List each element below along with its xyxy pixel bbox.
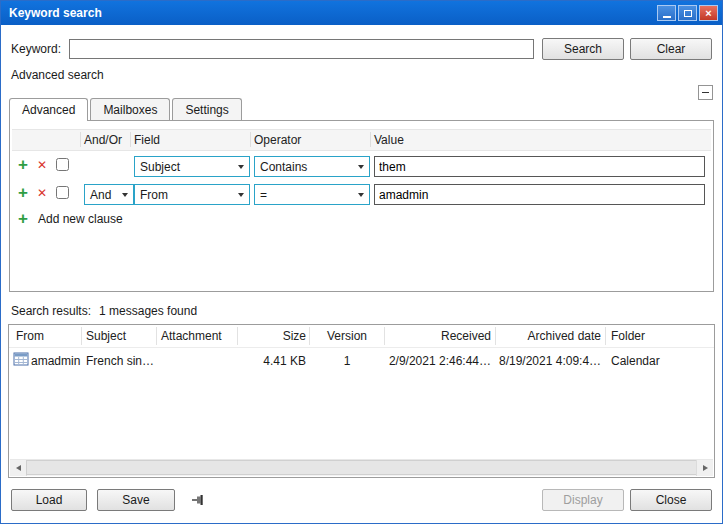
- column-separator: [237, 327, 238, 345]
- clause-row: + ✕ And From =: [10, 183, 713, 207]
- keyword-input[interactable]: [69, 39, 534, 59]
- column-header-value: Value: [374, 133, 404, 147]
- column-separator: [384, 327, 385, 345]
- clause-value-input[interactable]: [374, 184, 705, 205]
- search-results-count: 1 messages found: [99, 304, 197, 318]
- chevron-down-icon: [358, 193, 364, 197]
- results-table-header: From Subject Attachment Size Version Rec…: [9, 325, 714, 348]
- column-header-archived-date[interactable]: Archived date: [499, 329, 601, 343]
- column-separator: [495, 327, 496, 345]
- footer-bar: Load Save Display Close: [11, 489, 712, 511]
- tab-label: Advanced: [22, 103, 75, 117]
- tab-advanced[interactable]: Advanced: [9, 98, 88, 120]
- scroll-left-button[interactable]: [10, 460, 27, 476]
- load-button[interactable]: Load: [11, 489, 87, 511]
- search-button[interactable]: Search: [542, 38, 624, 60]
- horizontal-scrollbar[interactable]: [10, 459, 713, 476]
- save-button[interactable]: Save: [97, 489, 175, 511]
- clause-checkbox[interactable]: [56, 158, 69, 171]
- results-summary: Search results: 1 messages found: [11, 304, 712, 318]
- cell-folder: Calendar: [611, 354, 660, 368]
- column-separator: [80, 132, 81, 147]
- scroll-right-icon: [703, 465, 708, 471]
- tab-settings[interactable]: Settings: [172, 98, 241, 120]
- clause-row: + ✕ Subject Contains: [10, 155, 713, 179]
- field-select-value: Subject: [135, 160, 238, 174]
- field-select[interactable]: From: [134, 184, 250, 205]
- results-table: From Subject Attachment Size Version Rec…: [8, 324, 715, 478]
- scroll-right-button[interactable]: [696, 460, 713, 476]
- field-select-value: From: [135, 188, 238, 202]
- add-new-clause-label: Add new clause: [38, 212, 123, 226]
- column-separator: [81, 327, 82, 345]
- maximize-button[interactable]: [678, 5, 697, 21]
- close-icon: ×: [705, 8, 711, 19]
- advanced-tab-panel: And/Or Field Operator Value + ✕ Subject …: [9, 120, 714, 292]
- cell-archived-date: 8/19/2021 4:09:4…: [499, 354, 601, 368]
- delete-clause-icon[interactable]: ✕: [37, 186, 47, 200]
- clause-grid: And/Or Field Operator Value + ✕ Subject …: [10, 129, 713, 291]
- titlebar[interactable]: Keyword search ×: [1, 1, 722, 25]
- close-button[interactable]: Close: [630, 489, 712, 511]
- field-select[interactable]: Subject: [134, 156, 250, 177]
- operator-select[interactable]: Contains: [254, 156, 370, 177]
- column-header-subject[interactable]: Subject: [86, 329, 126, 343]
- scrollbar-thumb[interactable]: [26, 460, 697, 475]
- column-separator: [156, 327, 157, 345]
- cell-from: amadmin: [31, 354, 80, 368]
- column-header-andor: And/Or: [84, 133, 122, 147]
- column-separator: [605, 327, 606, 345]
- clear-button[interactable]: Clear: [630, 38, 712, 60]
- column-separator: [309, 327, 310, 345]
- column-header-received[interactable]: Received: [387, 329, 491, 343]
- keyword-search-window: Keyword search × Keyword: Search Clear A…: [0, 0, 723, 524]
- column-header-from[interactable]: From: [16, 329, 44, 343]
- minimize-icon: [663, 16, 671, 18]
- column-header-operator: Operator: [254, 133, 301, 147]
- clause-checkbox[interactable]: [56, 186, 69, 199]
- window-title: Keyword search: [9, 6, 655, 20]
- cell-size: 4.41 KB: [239, 354, 306, 368]
- tab-label: Mailboxes: [103, 103, 157, 117]
- column-separator: [370, 132, 371, 147]
- add-clause-icon[interactable]: +: [18, 155, 28, 175]
- close-window-button[interactable]: ×: [699, 5, 718, 21]
- column-header-size[interactable]: Size: [239, 329, 306, 343]
- cell-version: 1: [312, 354, 382, 368]
- keyword-label: Keyword:: [11, 42, 61, 56]
- cell-received: 2/9/2021 2:46:44…: [387, 354, 491, 368]
- advanced-search-label: Advanced search: [11, 68, 712, 82]
- display-button[interactable]: Display: [542, 489, 624, 511]
- tab-mailboxes[interactable]: Mailboxes: [90, 98, 170, 120]
- column-separator: [250, 132, 251, 147]
- operator-select-value: Contains: [255, 160, 358, 174]
- tab-label: Settings: [185, 103, 228, 117]
- maximize-icon: [684, 10, 692, 17]
- cell-subject: French sin…: [86, 354, 154, 368]
- column-header-field: Field: [134, 133, 160, 147]
- add-clause-icon: +: [18, 209, 28, 229]
- chevron-down-icon: [122, 193, 128, 197]
- clause-value-input[interactable]: [374, 156, 705, 177]
- chevron-down-icon: [238, 193, 244, 197]
- operator-select[interactable]: =: [254, 184, 370, 205]
- chevron-down-icon: [358, 165, 364, 169]
- keyword-search-row: Keyword: Search Clear: [11, 38, 712, 60]
- search-results-label: Search results:: [11, 304, 91, 318]
- column-header-attachment[interactable]: Attachment: [161, 329, 222, 343]
- clause-grid-header: And/Or Field Operator Value: [12, 129, 711, 151]
- minimize-button[interactable]: [657, 5, 676, 21]
- window-controls: ×: [655, 5, 718, 21]
- delete-clause-icon[interactable]: ✕: [37, 158, 47, 172]
- table-row[interactable]: amadmin French sin… 4.41 KB 1 2/9/2021 2…: [9, 351, 714, 371]
- andor-select[interactable]: And: [84, 184, 134, 205]
- chevron-down-icon: [238, 165, 244, 169]
- add-clause-icon[interactable]: +: [18, 183, 28, 203]
- calendar-icon: [13, 351, 29, 367]
- column-separator: [130, 132, 131, 147]
- operator-select-value: =: [255, 188, 358, 202]
- column-header-version[interactable]: Version: [312, 329, 382, 343]
- scroll-left-icon: [16, 465, 21, 471]
- pin-icon[interactable]: [191, 492, 207, 508]
- column-header-folder[interactable]: Folder: [611, 329, 645, 343]
